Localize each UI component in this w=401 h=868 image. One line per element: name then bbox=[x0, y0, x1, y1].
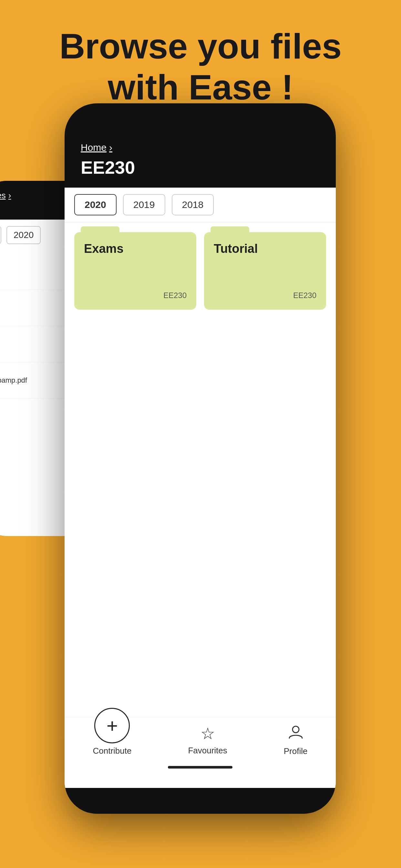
contribute-fab-button[interactable]: + bbox=[94, 708, 130, 743]
phone-notch bbox=[152, 103, 249, 120]
hero-line2: with Ease ! bbox=[108, 67, 294, 107]
course-title: EE230 bbox=[81, 157, 320, 178]
breadcrumb-home[interactable]: Home bbox=[81, 142, 106, 153]
nav-favourites[interactable]: ☆ Favourites bbox=[188, 724, 227, 755]
bottom-nav: + Contribute ☆ Favourites bbox=[65, 717, 336, 763]
hero-title: Browse you files with Ease ! bbox=[0, 26, 401, 107]
nav-profile[interactable]: Profile bbox=[284, 724, 308, 756]
phone-front-breadcrumb: Home › bbox=[81, 142, 320, 153]
phone-back-breadcrumb-text: ides bbox=[0, 190, 6, 200]
year-tabs: 2020 2019 2018 bbox=[74, 194, 326, 215]
home-indicator bbox=[168, 766, 233, 769]
breadcrumb-arrow: › bbox=[109, 142, 112, 153]
contribute-label: Contribute bbox=[93, 746, 131, 756]
profile-label: Profile bbox=[284, 746, 308, 756]
nav-contribute[interactable]: + Contribute bbox=[93, 724, 131, 756]
phone-back-tab-2020[interactable]: 2020 bbox=[6, 226, 41, 244]
tab-2018[interactable]: 2018 bbox=[172, 194, 214, 215]
year-tabs-container: 2020 2019 2018 bbox=[65, 188, 336, 222]
favourites-star-icon: ☆ bbox=[201, 724, 215, 743]
phone-back-breadcrumb-arrow: › bbox=[8, 190, 11, 200]
phone-front: Home › EE230 2020 2019 2018 Exams EE230 … bbox=[65, 103, 336, 814]
folder-exams[interactable]: Exams EE230 bbox=[74, 232, 196, 310]
folder-tutorial-course: EE230 bbox=[214, 291, 316, 300]
phone-front-screen: Home › EE230 2020 2019 2018 Exams EE230 … bbox=[65, 129, 336, 788]
folder-grid: Exams EE230 Tutorial EE230 bbox=[65, 222, 336, 319]
folder-tutorial[interactable]: Tutorial EE230 bbox=[204, 232, 326, 310]
tab-2019[interactable]: 2019 bbox=[123, 194, 165, 215]
folder-tutorial-name: Tutorial bbox=[214, 242, 316, 256]
contribute-plus-icon: + bbox=[106, 715, 118, 737]
tab-2020[interactable]: 2020 bbox=[74, 194, 117, 215]
favourites-label: Favourites bbox=[188, 746, 227, 755]
phone-back-tab-empty[interactable] bbox=[0, 226, 1, 244]
hero-line1: Browse you files bbox=[59, 26, 342, 66]
folder-exams-course: EE230 bbox=[84, 291, 187, 300]
phone-front-header: Home › EE230 bbox=[65, 129, 336, 188]
profile-person-icon bbox=[288, 724, 304, 744]
folder-exams-name: Exams bbox=[84, 242, 187, 256]
svg-point-0 bbox=[292, 726, 299, 733]
bottom-nav-container: + Contribute ☆ Favourites bbox=[65, 717, 336, 788]
